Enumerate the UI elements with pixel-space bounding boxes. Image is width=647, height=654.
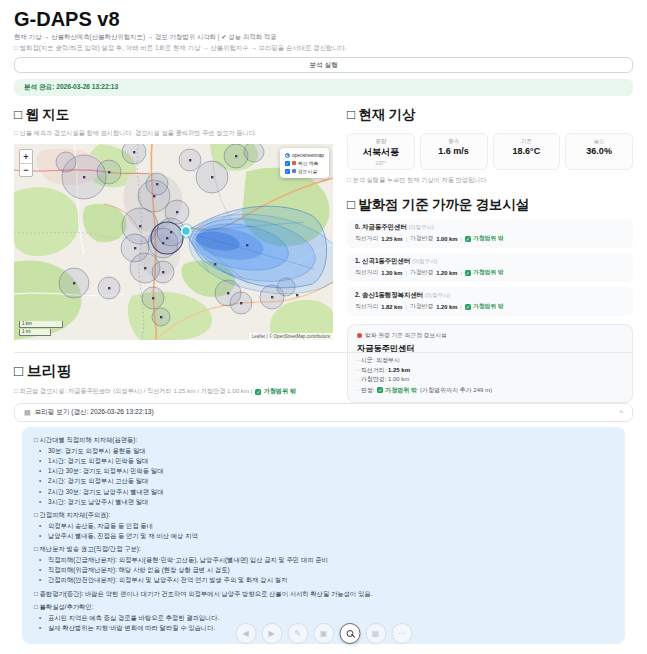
facility-region: (의정부시)	[425, 292, 450, 298]
side-column: □ 현재 기상 풍향 서북서풍 297° 풍속 1.6 m/s 기온 18.6°…	[347, 106, 633, 403]
range-status-badge: ✓가청범위 밖	[465, 302, 504, 311]
zoom-in-button[interactable]: +	[20, 150, 32, 163]
range-status-badge: ✓가청범위 밖	[255, 387, 296, 396]
chevron-up-icon: ^	[619, 408, 623, 417]
weather-caption: □ 분석 실행을 누르면 현재 기상이 자동 반영됩니다	[347, 176, 633, 185]
magnifier-icon	[346, 630, 353, 637]
briefing-heading: □ 간접피해 지자체(주의권):	[34, 510, 613, 521]
briefing-bullet: 직접피해(긴급재난문자): 의정부시(용현·민락·고산동), 남양주시(별내면)…	[34, 555, 613, 565]
briefing-section-title: □ 브리핑	[14, 362, 633, 381]
map-section-caption: □ 산불 예측과 경보시설을 함께 표시합니다. 경보시설 점을 클릭하면 주변…	[14, 129, 333, 138]
briefing-heading: □ 재난문자 발송 권고(직접/간접 구분):	[34, 544, 613, 555]
more-button[interactable]: ⋯	[391, 623, 412, 644]
radius-value: 1.00 km	[436, 236, 457, 242]
ignition-marker[interactable]	[179, 224, 193, 238]
radio-selected-icon	[285, 153, 290, 158]
app-title: G-DAPS v8	[14, 8, 120, 31]
web-map[interactable]: + − openstreetmap ✓ 확산 예측 ✓ 경보시설	[14, 144, 333, 340]
radius-label: 가청반경	[410, 302, 433, 311]
check-icon: ✓	[255, 389, 261, 395]
facility-region: (의정부시)	[412, 258, 437, 264]
camera-button[interactable]: ▦	[365, 623, 386, 644]
floating-toolbar: ◀ ▶ ✎ ▣ ▦ ⋯	[235, 623, 412, 644]
check-icon: ✓	[465, 270, 471, 276]
metric-wind-direction: 풍향 서북서풍 297°	[347, 133, 415, 170]
facility-card[interactable]: 2. 송산1동행정복지센터 (의정부시) 직선거리1.82 km | 가청반경1…	[347, 287, 633, 316]
fire-icon	[292, 161, 296, 165]
scale-mi: 1 mi	[19, 329, 51, 336]
pin-icon	[357, 333, 362, 338]
nearest-header: 발화 환경 기준 최근접 경보시설	[365, 331, 447, 340]
zoom-out-button[interactable]: −	[20, 163, 32, 176]
metric-wind-speed: 풍속 1.6 m/s	[420, 133, 488, 170]
section-divider	[14, 352, 633, 353]
briefing-bullet: 의정부시 송산동, 자금동 등 인접 동네	[34, 521, 613, 531]
briefing-bullet: 1시간 30분: 경기도 의정부시 민락동 일대	[34, 466, 613, 476]
briefing-heading: □ 시간대별 직접피해 지자체(읍면동):	[34, 435, 613, 446]
facility-name: 0. 자금동주민센터	[355, 223, 407, 230]
map-attribution: Leaflet | © OpenStreetMap contributors	[249, 333, 333, 340]
draw-button[interactable]: ✎	[287, 623, 308, 644]
check-icon: ✓	[465, 304, 471, 310]
briefing-bullet: 2시간: 경기도 의정부시 고산동 일대	[34, 476, 613, 486]
facility-name: 2. 송산1동행정복지센터	[355, 291, 423, 298]
checkbox-checked-icon: ✓	[285, 161, 290, 166]
facility-name: 1. 신곡1동주민센터	[355, 257, 410, 264]
briefing-section: □ 브리핑 □ 최근접 경보시설: 자금동주민센터 (의정부시) / 직선거리 …	[14, 362, 633, 644]
distance-label: 직선거리	[355, 302, 378, 311]
metric-humidity: 습도 36.0%	[565, 133, 633, 170]
range-status-badge: ✓가청범위 밖	[465, 234, 504, 243]
document-icon: ▤	[24, 409, 31, 417]
briefing-bullet: 표시된 지역은 예측 중심 경로를 바탕으로 추정한 결과입니다.	[34, 613, 613, 623]
overlay-fire-option[interactable]: ✓ 확산 예측	[285, 159, 324, 167]
forward-button[interactable]: ▶	[261, 623, 282, 644]
app-subtitle: 현재 기상 → 산불확산예측(산불확산위험지도) → 경보 가청범위 시각화 |…	[14, 33, 277, 42]
analysis-status-banner: 분석 완료: 2026-03-26 13:22:13	[14, 79, 633, 96]
overlay-siren-label: 경보시설	[298, 168, 317, 174]
briefing-expander[interactable]: ▤ 브리핑 보기 (갱신: 2026-03-26 13:22:13) ^	[14, 403, 633, 422]
briefing-bullet: 남양주시 별내동, 진접읍 등 연기 및 재 비산 예상 지역	[34, 531, 613, 541]
check-icon: ✓	[465, 236, 471, 242]
radius-label: 가청반경	[410, 234, 433, 243]
checkbox-checked-icon: ✓	[285, 169, 290, 174]
briefing-heading: □ 종합평가(중간): 바람은 약한 편이나 대기가 건조하여 의정부에서 남양…	[34, 589, 613, 600]
facility-region: (의정부시)	[409, 224, 434, 230]
briefing-list: 직접피해(긴급재난문자): 의정부시(용현·민락·고산동), 남양주시(별내면)…	[34, 555, 613, 586]
distance-value: 1.25 km	[381, 236, 402, 242]
back-button[interactable]: ◀	[235, 623, 256, 644]
weather-metrics: 풍향 서북서풍 297° 풍속 1.6 m/s 기온 18.6°C 습도 36.…	[347, 133, 633, 170]
radius-value: 1.20 km	[436, 304, 457, 310]
search-button[interactable]	[339, 623, 360, 644]
range-status-badge: ✓가청범위 밖	[465, 268, 504, 277]
map-layers-control: openstreetmap ✓ 확산 예측 ✓ 경보시설	[280, 148, 329, 178]
app-hint: □ 발화점(지도 클릭/좌표 입력) 설정 후, 아래 버튼 1회로 현재 기상…	[14, 44, 347, 53]
briefing-list: 30분: 경기도 의정부시 용현동 일대 1시간: 경기도 의정부시 민락동 일…	[34, 446, 613, 508]
map-section-title: □ 웹 지도	[14, 106, 333, 124]
overlay-fire-label: 확산 예측	[298, 160, 319, 166]
briefing-list: 의정부시 송산동, 자금동 등 인접 동네 남양주시 별내동, 진접읍 등 연기…	[34, 521, 613, 542]
briefing-caption: □ 최근접 경보시설: 자금동주민센터 (의정부시) / 직선거리 1.25 k…	[14, 387, 633, 396]
facility-card[interactable]: 1. 신곡1동주민센터 (의정부시) 직선거리1.30 km | 가청반경1.2…	[347, 253, 633, 282]
briefing-bullet: 3시간: 경기도 남양주시 별내면 일대	[34, 497, 613, 507]
weather-section-title: □ 현재 기상	[347, 106, 633, 124]
run-analysis-button[interactable]: 분석 실행	[14, 57, 633, 73]
briefing-bullet: 2시간 30분: 경기도 남양주시 별내면 일대	[34, 487, 613, 497]
distance-value: 1.30 km	[381, 270, 402, 276]
radius-label: 가청반경	[410, 268, 433, 277]
frame-button[interactable]: ▣	[313, 623, 334, 644]
briefing-expander-label: 브리핑 보기 (갱신: 2026-03-26 13:22:13)	[35, 408, 154, 417]
briefing-heading: □ 불확실성/추가확인:	[34, 602, 613, 613]
overlay-siren-option[interactable]: ✓ 경보시설	[285, 167, 324, 175]
distance-label: 직선거리	[355, 234, 378, 243]
map-scalebar: 1 km 1 mi	[19, 321, 63, 336]
facility-card[interactable]: 0. 자금동주민센터 (의정부시) 직선거리1.25 km | 가청반경1.00…	[347, 219, 633, 248]
distance-value: 1.82 km	[381, 304, 402, 310]
map-zoom-control: + −	[19, 149, 33, 177]
briefing-bullet: 30분: 경기도 의정부시 용현동 일대	[34, 446, 613, 456]
facilities-section-title: □ 발화점 기준 가까운 경보시설	[347, 196, 633, 214]
briefing-info-box: □ 시간대별 직접피해 지자체(읍면동): 30분: 경기도 의정부시 용현동 …	[22, 427, 625, 644]
metric-temperature: 기온 18.6°C	[493, 133, 561, 170]
map-section: □ 웹 지도 □ 산불 예측과 경보시설을 함께 표시합니다. 경보시설 점을 …	[14, 106, 333, 340]
speaker-icon	[292, 169, 296, 173]
base-layer-option[interactable]: openstreetmap	[285, 151, 324, 159]
